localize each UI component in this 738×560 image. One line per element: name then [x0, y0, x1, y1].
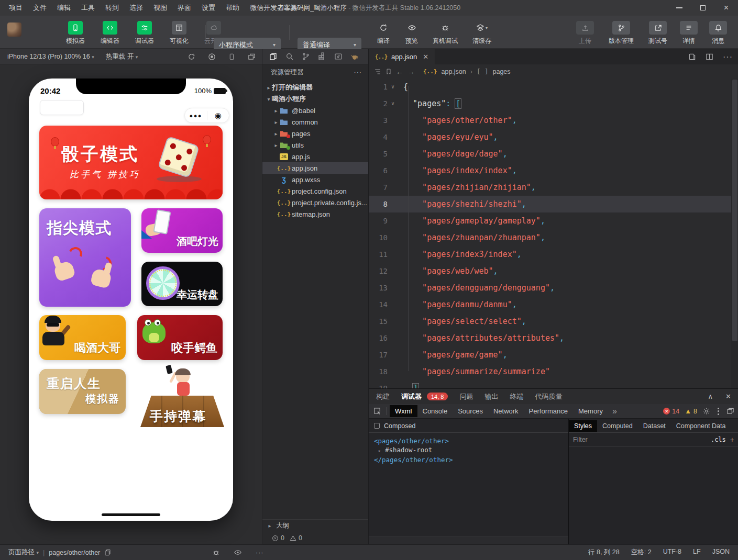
copy-path-icon[interactable]: [104, 549, 111, 556]
menu-item-帮助[interactable]: 帮助: [221, 2, 244, 14]
tree-item-sitemap.json[interactable]: {..}sitemap.json: [262, 208, 368, 220]
wxml-close-tag[interactable]: </pages/other/other>: [374, 455, 568, 464]
visual-toggle-button[interactable]: 可视化: [166, 21, 193, 46]
collapse-panel-icon[interactable]: ∧: [708, 393, 713, 400]
files-icon[interactable]: [269, 52, 278, 61]
tree-item-project.private.config.js...[interactable]: {..}project.private.config.js...: [262, 197, 368, 208]
mini-search-box[interactable]: [40, 100, 84, 115]
split-editor-icon[interactable]: [706, 53, 713, 61]
devtools-tab-console[interactable]: Console: [417, 405, 453, 417]
compile-button[interactable]: 编译: [373, 21, 394, 46]
code-line-19[interactable]: 19 ],: [369, 380, 738, 388]
tile-fingertip-mode[interactable]: 指尖模式: [39, 208, 131, 307]
close-tab-icon[interactable]: ✕: [423, 53, 428, 61]
preview-button[interactable]: 预览: [401, 21, 422, 46]
capsule-menu[interactable]: ●●● ◉: [184, 108, 229, 123]
simulator-toggle-button[interactable]: 模拟器: [62, 21, 89, 46]
nav-back-icon[interactable]: ←: [396, 68, 403, 76]
tree-item-打开的编辑器[interactable]: ▸打开的编辑器: [262, 82, 368, 93]
upload-button[interactable]: 上传: [574, 21, 597, 46]
more-dots-icon[interactable]: ●●●: [185, 113, 207, 119]
fold-icon[interactable]: ∨: [388, 95, 398, 112]
teapot-icon[interactable]: [350, 53, 359, 61]
code-line-13[interactable]: 13 "pages/dengguang/dengguang",: [369, 279, 738, 296]
bookmark-icon[interactable]: [385, 68, 392, 75]
minimize-button[interactable]: [667, 0, 691, 16]
target-icon[interactable]: ◉: [207, 111, 229, 120]
more-actions-icon[interactable]: ···: [723, 52, 733, 62]
record-icon[interactable]: [208, 53, 216, 61]
status-segment[interactable]: LF: [693, 548, 701, 557]
devtools-tab-performance[interactable]: Performance: [524, 405, 573, 417]
devtools-tab-wxml[interactable]: Wxml: [390, 405, 417, 417]
tile-biting-crocodile[interactable]: 咬手鳄鱼: [137, 315, 223, 360]
filter-input[interactable]: Filter: [573, 436, 707, 443]
editor-toggle-button[interactable]: 编辑器: [96, 21, 124, 46]
code-line-16[interactable]: 16 "pages/attributes/attributes",: [369, 330, 738, 346]
inspect-element-icon[interactable]: [373, 407, 387, 415]
menu-item-编辑[interactable]: 编辑: [52, 2, 75, 14]
kebab-menu-icon[interactable]: [715, 408, 721, 415]
menu-item-文件[interactable]: 文件: [28, 2, 51, 14]
code-line-15[interactable]: 15 "pages/select/select",: [369, 313, 738, 330]
tile-drinking-bro[interactable]: 喝酒大哥: [39, 315, 126, 360]
settings-gear-icon[interactable]: [702, 407, 710, 415]
eye-icon[interactable]: [234, 548, 242, 556]
tree-item-pages[interactable]: ▸pages: [262, 128, 368, 139]
code-line-2[interactable]: 2∨ "pages": [: [369, 95, 738, 112]
code-line-6[interactable]: 6 "pages/index/index",: [369, 162, 738, 179]
editor-scrollbar[interactable]: [731, 79, 738, 388]
code-editor[interactable]: 1∨{2∨ "pages": [3 "pages/other/other",4 …: [369, 79, 738, 388]
undock-icon[interactable]: [726, 407, 734, 415]
outline-list-icon[interactable]: [374, 68, 381, 75]
status-segment[interactable]: 空格: 2: [631, 548, 652, 557]
search-icon[interactable]: [285, 52, 294, 61]
code-line-7[interactable]: 7 "pages/zhijian/zhijian",: [369, 179, 738, 196]
version-manage-button[interactable]: 版本管理: [605, 21, 637, 46]
error-badge-icon[interactable]: ✕: [663, 408, 670, 415]
status-segment[interactable]: UTF-8: [663, 548, 681, 557]
panel-tab-调试器[interactable]: 调试器: [401, 392, 422, 401]
scrollbar-thumb[interactable]: [732, 80, 737, 341]
code-line-4[interactable]: 4 "pages/eyu/eyu",: [369, 129, 738, 145]
panel-tab-终端[interactable]: 终端: [510, 392, 523, 401]
debugger-toggle-button[interactable]: 调试器: [131, 21, 158, 46]
explorer-problems[interactable]: 0 0: [262, 532, 368, 544]
menu-item-界面[interactable]: 界面: [173, 2, 196, 14]
devtools-tab-network[interactable]: Network: [488, 405, 524, 417]
status-segment[interactable]: JSON: [712, 548, 730, 557]
messages-button[interactable]: 消息: [708, 21, 729, 46]
page-path-selector[interactable]: 页面路径 ▾: [8, 548, 39, 557]
menu-item-视图[interactable]: 视图: [149, 2, 172, 14]
wxml-open-tag[interactable]: <pages/other/other>: [374, 436, 568, 445]
panel-tab-问题[interactable]: 问题: [459, 392, 473, 401]
maximize-button[interactable]: [691, 0, 714, 16]
tile-restart-life[interactable]: 重启人生 模拟器: [39, 369, 126, 414]
code-line-10[interactable]: 10 "pages/zhuanpan/zhuanpan",: [369, 229, 738, 246]
rotate-icon[interactable]: [188, 53, 195, 61]
npm-icon[interactable]: [334, 52, 343, 61]
panel-tab-代码质量[interactable]: 代码质量: [535, 392, 562, 401]
bug-icon[interactable]: [212, 548, 220, 556]
tree-item-utils[interactable]: ▸utils: [262, 139, 368, 151]
panel-tab-输出[interactable]: 输出: [484, 392, 498, 401]
tree-item-common[interactable]: ▸common: [262, 116, 368, 128]
code-line-9[interactable]: 9 "pages/gameplay/gameplay",: [369, 212, 738, 229]
panel-tab-构建[interactable]: 构建: [376, 392, 390, 401]
code-line-3[interactable]: 3 "pages/other/other",: [369, 112, 738, 129]
phone-frame-icon[interactable]: [228, 53, 235, 61]
devtools-tab-memory[interactable]: Memory: [573, 405, 608, 417]
menu-item-选择[interactable]: 选择: [125, 2, 148, 14]
code-line-17[interactable]: 17 "pages/game/game",: [369, 346, 738, 363]
styles-tab-dataset[interactable]: Dataset: [638, 420, 671, 432]
tab-app-json[interactable]: {..} app.json ✕: [369, 49, 435, 64]
menu-item-转到[interactable]: 转到: [101, 2, 124, 14]
fold-icon[interactable]: ∨: [388, 79, 398, 95]
avatar[interactable]: [7, 23, 21, 37]
menu-item-设置[interactable]: 设置: [197, 2, 220, 14]
details-button[interactable]: 详情: [678, 21, 699, 46]
device-selector[interactable]: iPhone 12/13 (Pro) 100% 16 ▾: [0, 53, 100, 60]
styles-tab-styles[interactable]: Styles: [569, 420, 597, 432]
open-changes-icon[interactable]: [688, 53, 696, 61]
multi-window-icon[interactable]: [248, 53, 256, 61]
